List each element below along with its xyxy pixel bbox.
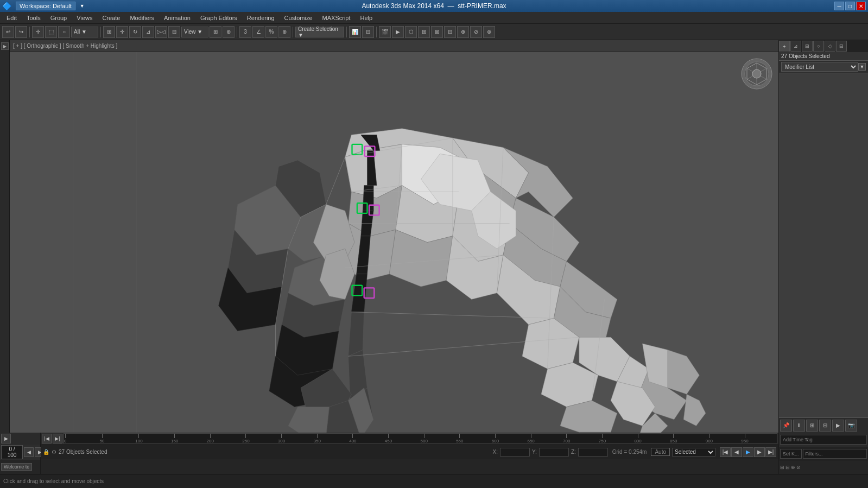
toolbar-snap-spin[interactable]: ⊕ [278,26,290,38]
toolbar-snap-pct[interactable]: % [265,26,277,38]
toolbar-move[interactable]: ✛ [116,26,128,38]
viewport-info: [ + ] [ Orthographic ] [ Smooth + Highli… [13,43,117,49]
filter-dropdown[interactable]: All ▼ [71,27,98,37]
rp-tab-create[interactable]: ✦ [779,41,790,52]
view-dropdown[interactable]: View ▼ [181,27,208,37]
toolbar-schematic[interactable]: ⊟ [362,26,374,38]
set-key-btn[interactable]: Set K... [780,449,802,459]
toolbar-select[interactable]: ✛ [32,26,44,38]
rp-btn-play[interactable]: ▶ [832,420,844,432]
toolbar-pivot[interactable]: ⊕ [223,26,235,38]
rp-btn-key1[interactable]: ⊞ [806,420,818,432]
minimize-button[interactable]: ─ [834,2,844,10]
timeline-ruler[interactable]: 0501001502002503003504004505005506006507… [64,433,777,444]
info-text: Click and drag to select and move object… [3,478,104,484]
menu-graph-editors[interactable]: Graph Editors [196,14,242,22]
toolbar-render-setup[interactable]: 🎬 [379,26,391,38]
rp-btn-pause[interactable]: ⏸ [793,420,805,432]
toolbar-sep-1 [29,27,30,37]
rp-tab-modify[interactable]: ⊿ [790,41,801,52]
auto-key-btn[interactable]: Auto [651,448,670,456]
next-key-btn[interactable]: ▶ [754,447,765,457]
menu-rendering[interactable]: Rendering [243,14,279,22]
toolbar-more4[interactable]: ⊕ [457,26,469,38]
toolbar-select-obj[interactable]: ⊞ [103,26,115,38]
toolbar-more5[interactable]: ⊘ [470,26,482,38]
menu-customize[interactable]: Customize [280,14,317,22]
menu-tools[interactable]: Tools [22,14,45,22]
modifier-list-dropdown[interactable]: Modifier List [781,62,858,72]
frame-display: 0 / 100 [1,445,23,459]
menu-animation[interactable]: Animation [160,14,195,22]
toolbar-lasso[interactable]: ○ [58,26,70,38]
nav-cube[interactable] [740,58,773,90]
menu-help[interactable]: Help [356,14,377,22]
toolbar-graph-editor[interactable]: 📊 [349,26,361,38]
extra-btn-1[interactable]: ⊞ [780,465,784,470]
toolbar-more1[interactable]: ⊞ [418,26,430,38]
menu-create[interactable]: Create [98,14,124,22]
prev-key-btn[interactable]: ◀ [731,447,742,457]
toolbar-material[interactable]: ⬡ [405,26,417,38]
rp-tab-display[interactable]: ◇ [825,41,835,52]
play-animation-btn[interactable]: ▶ [1,434,11,443]
welcome-tab-area: Welcome tc [0,460,40,474]
toolbar-snap-3d[interactable]: 3 [239,26,251,38]
toolbar-sep-3 [237,27,237,37]
status-lock-icon: 🔒 [43,449,49,455]
toolbar-redo[interactable]: ↪ [15,26,27,38]
toolbar-undo[interactable]: ↩ [2,26,14,38]
extra-btn-4[interactable]: ⊘ [796,465,801,470]
y-label: Y: [532,449,537,455]
toolbar-snap-angle[interactable]: ∠ [252,26,264,38]
toolbar-ref-coord[interactable]: ⊞ [210,26,221,38]
workspace-dropdown-icon[interactable]: ▼ [80,3,85,9]
rp-tab-hierarchy[interactable]: ⊞ [802,41,813,52]
window-controls: ─ □ ✕ [834,2,866,10]
workspace-label[interactable]: Workspace: Default [16,2,75,10]
menu-group[interactable]: Group [46,14,72,22]
toolbar-more6[interactable]: ⊗ [483,26,495,38]
timeline-scrub-row: |◀ ▶| 0501001502002503003504004505005506… [41,433,778,445]
left-play-btn[interactable]: ▶ [1,42,9,50]
add-time-tag-btn[interactable]: Add Time Tag [780,435,867,445]
z-input[interactable] [578,448,608,457]
rp-btn-key2[interactable]: ⊟ [819,420,831,432]
selected-dropdown[interactable]: Selected [672,448,715,457]
toolbar-rotate[interactable]: ↻ [129,26,141,38]
modifier-dropdown-btn[interactable]: ▼ [858,63,866,71]
viewport-canvas[interactable] [10,52,778,433]
welcome-tab[interactable]: Welcome tc [1,463,32,471]
filters-btn[interactable]: Filters... [803,449,867,459]
toolbar-mirror[interactable]: ▷◁ [155,26,167,38]
toolbar-more3[interactable]: ⊟ [444,26,456,38]
menu-modifiers[interactable]: Modifiers [125,14,159,22]
create-selection-dropdown[interactable]: Create Selection ▼ [295,27,344,37]
rp-btn-camera[interactable]: 📷 [845,420,857,432]
last-frame-btn[interactable]: ▶| [765,447,776,457]
prev-frame-btn[interactable]: ◀ [24,447,34,457]
viewport-header: [ + ] [ Orthographic ] [ Smooth + Highli… [10,40,778,52]
maximize-button[interactable]: □ [845,2,855,10]
close-button[interactable]: ✕ [856,2,866,10]
extra-btn-3[interactable]: ⊕ [791,465,795,470]
rp-btn-pin[interactable]: 📌 [780,420,792,432]
toolbar-align[interactable]: ⊟ [168,26,180,38]
play-btn[interactable]: ▶ [743,447,753,457]
tl-next-btn[interactable]: ▶| [53,434,62,443]
x-input[interactable] [500,448,530,457]
menu-views[interactable]: Views [72,14,97,22]
menu-edit[interactable]: Edit [2,14,21,22]
toolbar-select-region[interactable]: ⬚ [45,26,57,38]
rp-tab-motion[interactable]: ○ [813,41,824,52]
tl-prev-btn[interactable]: |◀ [42,434,52,443]
toolbar-scale[interactable]: ⊿ [142,26,154,38]
y-input[interactable] [539,448,569,457]
toolbar-more2[interactable]: ⊠ [431,26,443,38]
menu-maxscript[interactable]: MAXScript [318,14,355,22]
extra-btn-2[interactable]: ⊟ [785,465,790,470]
toolbar-sep-5 [346,27,347,37]
first-frame-btn[interactable]: |◀ [720,447,731,457]
toolbar-render[interactable]: ▶ [392,26,404,38]
rp-tab-utilities[interactable]: ⊟ [836,41,847,52]
